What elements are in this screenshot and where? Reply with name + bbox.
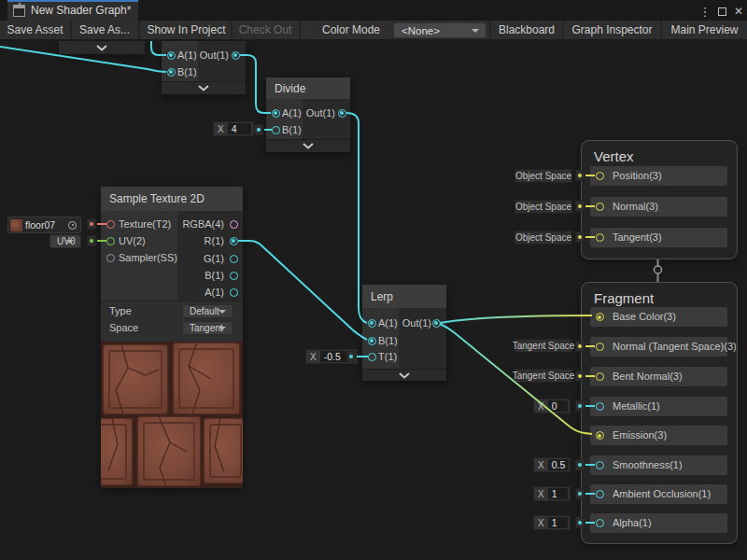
edge-sample-r-to-lerp-b[interactable] xyxy=(238,241,367,340)
tab-title: New Shader Graph* xyxy=(31,4,131,17)
x-label: X xyxy=(306,352,320,362)
ambient-occlusion-port[interactable] xyxy=(596,490,604,498)
vertex-title: Vertex xyxy=(594,148,634,164)
math-b-port[interactable] xyxy=(167,68,176,77)
lerp-t-port[interactable] xyxy=(368,353,376,361)
x-label: X xyxy=(534,460,548,470)
save-as-button[interactable]: Save As... xyxy=(72,21,137,39)
emission-port[interactable] xyxy=(596,431,604,440)
space-dropdown[interactable]: Tangent xyxy=(182,321,233,335)
divide-preview-toggle[interactable] xyxy=(266,139,350,152)
uv-channel-dropdown[interactable]: UV0 xyxy=(49,234,81,248)
vertex-block[interactable]: Vertex Position(3) Normal(3) Tangent(3) xyxy=(581,140,738,259)
object-picker-icon[interactable] xyxy=(68,221,77,230)
save-asset-button[interactable]: Save Asset xyxy=(0,21,70,39)
tangent-port[interactable] xyxy=(596,233,604,242)
normal-ts-space-chip[interactable]: Tangent Space xyxy=(514,339,572,353)
divide-b-port[interactable] xyxy=(272,126,280,134)
alpha-port[interactable] xyxy=(596,519,604,527)
fragment-row-metallic[interactable]: Metallic(1) xyxy=(590,397,727,416)
fragment-row-bent-normal[interactable]: Bent Normal(3) xyxy=(590,367,727,386)
smoothness-value[interactable]: 0.5 xyxy=(548,459,570,470)
ambient-occlusion-value[interactable]: 1 xyxy=(548,488,568,499)
fragment-block[interactable]: Fragment Base Color(3) Normal (Tangent S… xyxy=(581,282,738,544)
divide-b-value[interactable]: 4 xyxy=(228,123,251,134)
blackboard-button[interactable]: Blackboard xyxy=(491,21,562,39)
lerp-preview-toggle[interactable] xyxy=(362,369,446,381)
position-port[interactable] xyxy=(596,172,604,180)
fragment-row-normal[interactable]: Normal (Tangent Space)(3) xyxy=(590,337,727,357)
fragment-title: Fragment xyxy=(594,290,654,306)
sampler-port[interactable] xyxy=(106,254,115,262)
math-node[interactable]: A(1) B(1) Out(1) xyxy=(162,41,246,94)
vertex-row-tangent[interactable]: Tangent(3) xyxy=(590,228,727,247)
vertex-row-normal[interactable]: Normal(3) xyxy=(590,197,727,217)
rgba-port[interactable] xyxy=(230,220,238,229)
tangent-space-chip[interactable]: Object Space xyxy=(514,231,572,245)
fragment-row-ambient-occlusion[interactable]: Ambient Occlusion(1) xyxy=(590,484,727,504)
fragment-row-emission[interactable]: Emission(3) xyxy=(590,426,727,445)
normal-port[interactable] xyxy=(596,203,604,211)
color-mode-dropdown[interactable]: <None> xyxy=(393,22,486,38)
bent-normal-port[interactable] xyxy=(596,372,604,381)
position-label: Position(3) xyxy=(613,166,662,186)
x-label: X xyxy=(214,124,228,134)
fragment-row-base-color[interactable]: Base Color(3) xyxy=(590,307,727,327)
normal-space-chip[interactable]: Object Space xyxy=(514,200,572,214)
a-port[interactable] xyxy=(230,288,238,297)
lerp-a-port[interactable] xyxy=(368,319,376,328)
uv-port[interactable] xyxy=(106,237,115,245)
lerp-out-port[interactable] xyxy=(432,319,441,328)
alpha-value[interactable]: 1 xyxy=(548,517,568,528)
smoothness-default-field[interactable]: X 0.5 xyxy=(533,457,571,472)
divide-b-label: B(1) xyxy=(282,124,302,135)
lerp-out-label: Out(1) xyxy=(400,317,431,329)
alpha-default-field[interactable]: X 1 xyxy=(533,515,571,530)
texture-preview xyxy=(101,342,243,488)
texture-port[interactable] xyxy=(106,220,115,229)
bent-normal-space-chip[interactable]: Tangent Space xyxy=(514,369,572,383)
divide-node[interactable]: Divide A(1) B(1) Out(1) xyxy=(266,77,350,152)
sample-texture-2d-node[interactable]: Sample Texture 2D Texture(T2) UV(2) Samp… xyxy=(101,187,243,488)
texture-object-field[interactable]: floor07 xyxy=(7,217,81,233)
divide-a-port[interactable] xyxy=(272,109,280,118)
show-in-project-button[interactable]: Show In Project xyxy=(142,21,231,39)
graph-inspector-button[interactable]: Graph Inspector xyxy=(564,21,660,39)
math-out-port[interactable] xyxy=(232,51,240,60)
window-menu-icon[interactable]: ⋮ xyxy=(698,2,712,21)
math-a-port[interactable] xyxy=(167,51,176,60)
vertex-row-position[interactable]: Position(3) xyxy=(590,166,727,186)
fragment-row-alpha[interactable]: Alpha(1) xyxy=(590,513,727,533)
divide-b-default-field[interactable]: X 4 xyxy=(213,121,254,136)
normal-ts-port[interactable] xyxy=(596,343,604,351)
vertex-fragment-link-handle[interactable] xyxy=(655,266,662,273)
close-icon[interactable]: ✕ xyxy=(731,2,746,21)
lerp-b-port[interactable] xyxy=(368,337,376,345)
g-port[interactable] xyxy=(230,255,238,263)
ambient-occlusion-default-field[interactable]: X 1 xyxy=(533,486,571,501)
lerp-node[interactable]: Lerp A(1) B(1) T(1) Out(1) xyxy=(362,285,446,381)
x-label: X xyxy=(534,489,548,499)
chevron-down-icon xyxy=(218,310,226,314)
math-preview-toggle[interactable] xyxy=(162,81,246,94)
fragment-row-smoothness[interactable]: Smoothness(1) xyxy=(590,455,727,475)
metallic-default-field[interactable]: X 0 xyxy=(533,399,571,413)
lerp-t-connector-dot xyxy=(346,351,356,362)
tab-new-shader-graph[interactable]: New Shader Graph* xyxy=(7,0,138,21)
smoothness-port[interactable] xyxy=(596,461,604,469)
collapsed-node-preview-bar[interactable] xyxy=(59,41,145,54)
main-preview-button[interactable]: Main Preview xyxy=(662,21,747,39)
active-tab-accent xyxy=(7,0,138,2)
divide-out-port[interactable] xyxy=(338,109,346,118)
metallic-value[interactable]: 0 xyxy=(548,400,568,412)
chevron-down-icon xyxy=(96,45,107,51)
edge-lerp-out-to-base-color[interactable] xyxy=(440,315,592,323)
base-color-port[interactable] xyxy=(596,313,604,321)
b-port[interactable] xyxy=(230,272,238,280)
position-space-chip[interactable]: Object Space xyxy=(514,169,572,183)
type-dropdown[interactable]: Default xyxy=(182,304,233,318)
r-port[interactable] xyxy=(230,237,238,245)
maximize-icon[interactable] xyxy=(714,2,729,21)
metallic-port[interactable] xyxy=(596,402,604,411)
r-label: R(1) xyxy=(155,235,224,246)
